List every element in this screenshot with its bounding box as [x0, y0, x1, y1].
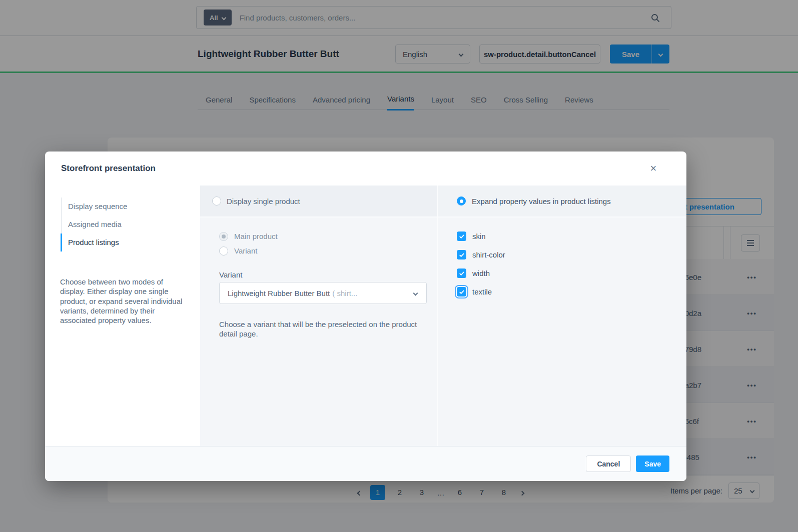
property-checkbox-list: skin shirt-color width — [438, 218, 686, 296]
expand-property-values-radio[interactable] — [457, 196, 466, 206]
variant-select[interactable]: Lightweight Rubber Butter Butt ( shirt..… — [219, 282, 427, 304]
display-single-product-label: Display single product — [227, 197, 300, 206]
display-single-product-radio[interactable] — [212, 196, 221, 206]
modal-save-button[interactable]: Save — [636, 456, 669, 472]
chevron-down-icon — [413, 290, 418, 296]
variant-select-value: Lightweight Rubber Butter Butt — [228, 289, 330, 298]
variant-select-value-suffix: ( shirt... — [332, 289, 357, 298]
check-icon — [459, 234, 465, 240]
property-checkbox-skin[interactable] — [457, 232, 466, 241]
property-label: width — [472, 269, 490, 278]
single-product-column: Display single product Main product Vari… — [200, 186, 438, 446]
variant-helper-text: Choose a variant that will be the presel… — [219, 320, 419, 339]
modal-nav: Display sequence Assigned media Product … — [61, 198, 176, 252]
close-icon: × — [650, 162, 657, 174]
property-checkbox-shirt-color[interactable] — [457, 250, 466, 260]
mode-description: Choose between two modes of display. Eit… — [60, 277, 186, 325]
close-button[interactable]: × — [645, 160, 661, 176]
expand-property-values-label: Expand property values in product listin… — [472, 197, 611, 206]
modal-sidebar: Display sequence Assigned media Product … — [45, 186, 200, 446]
property-label: shirt-color — [472, 250, 505, 259]
single-product-column-body: Main product Variant Variant Lightweight… — [200, 218, 437, 339]
property-label: textile — [472, 288, 492, 296]
check-icon — [459, 270, 465, 276]
main-product-radio[interactable] — [219, 232, 228, 241]
variant-radio[interactable] — [219, 246, 228, 256]
property-label: skin — [472, 232, 486, 240]
expand-properties-column: Expand property values in product listin… — [438, 186, 686, 446]
storefront-presentation-modal: Storefront presentation × Display sequen… — [45, 152, 686, 481]
modal-nav-assigned-media[interactable]: Assigned media — [62, 216, 176, 234]
modal-footer: Cancel Save — [45, 446, 686, 481]
expand-properties-column-header: Expand property values in product listin… — [438, 186, 686, 218]
modal-title: Storefront presentation — [61, 152, 156, 186]
property-checkbox-textile[interactable] — [457, 287, 466, 296]
modal-header: Storefront presentation × — [45, 152, 686, 186]
single-product-column-header: Display single product — [200, 186, 437, 218]
check-icon — [459, 252, 465, 258]
modal-nav-product-listings[interactable]: Product listings — [62, 234, 176, 252]
modal-nav-display-sequence[interactable]: Display sequence — [62, 198, 176, 216]
variant-radio-label: Variant — [234, 246, 257, 255]
modal-body: Display sequence Assigned media Product … — [45, 186, 686, 446]
modal-cancel-button[interactable]: Cancel — [586, 456, 631, 472]
property-checkbox-width[interactable] — [457, 268, 466, 278]
variant-select-label: Variant — [219, 270, 422, 280]
main-product-label: Main product — [234, 232, 278, 240]
check-icon — [459, 289, 465, 295]
